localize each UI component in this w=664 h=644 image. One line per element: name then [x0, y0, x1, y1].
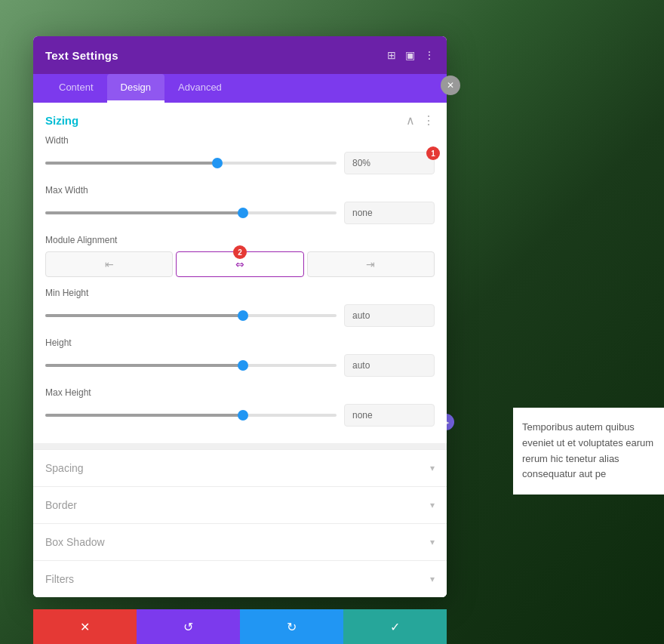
reset-icon: ↺	[183, 620, 193, 634]
width-slider-thumb[interactable]	[212, 158, 223, 168]
align-center-button[interactable]: ⇔ 2	[176, 251, 303, 277]
badge-2: 2	[233, 245, 247, 259]
more-icon[interactable]: ⋮	[424, 49, 435, 61]
text-settings-panel: Text Settings ⊞ ▣ ⋮ Content Design Advan…	[33, 36, 447, 597]
section-header-icons: ∧ ⋮	[406, 113, 435, 128]
redo-icon: ↻	[287, 620, 297, 634]
save-icon: ✓	[390, 620, 400, 634]
right-text: Temporibus autem quibus eveniet ut et vo…	[522, 421, 653, 479]
panel-body: Sizing ∧ ⋮ Width 80% 1	[33, 103, 447, 597]
panel-header: Text Settings ⊞ ▣ ⋮	[33, 36, 447, 74]
border-label: Border	[45, 499, 77, 511]
width-slider-row: 80% 1	[45, 152, 435, 174]
spacing-label: Spacing	[45, 462, 84, 474]
align-left-button[interactable]: ⇤	[45, 251, 173, 277]
panel-title: Text Settings	[45, 49, 118, 62]
redo-button[interactable]: ↻	[240, 609, 343, 644]
header-icons: ⊞ ▣ ⋮	[387, 49, 435, 61]
align-right-button[interactable]: ⇥	[307, 251, 435, 277]
max-height-value-input[interactable]: none	[344, 404, 435, 427]
spacing-chevron-icon: ▾	[430, 463, 435, 473]
height-value-input[interactable]: auto	[344, 354, 435, 377]
width-slider-track[interactable]	[45, 162, 337, 165]
align-center-icon: ⇔	[235, 258, 244, 270]
width-label: Width	[45, 135, 435, 146]
min-height-value-input[interactable]: auto	[344, 304, 435, 327]
min-height-slider-row: auto	[45, 304, 435, 327]
border-chevron-icon: ▾	[430, 500, 435, 510]
width-value-input[interactable]: 80% 1	[344, 152, 435, 174]
height-slider-thumb[interactable]	[238, 360, 248, 371]
collapse-icon[interactable]: ∧	[406, 113, 415, 128]
filters-section[interactable]: Filters ▾	[33, 560, 447, 597]
sizing-title: Sizing	[45, 114, 78, 127]
tabs-bar: Content Design Advanced	[33, 74, 447, 103]
tab-content[interactable]: Content	[45, 74, 107, 103]
min-height-slider-track[interactable]	[45, 314, 337, 317]
max-height-control: Max Height none	[45, 387, 435, 427]
expand-icon[interactable]: ⊞	[387, 49, 396, 61]
tab-design[interactable]: Design	[107, 74, 164, 103]
height-slider-fill	[45, 364, 243, 367]
cancel-button[interactable]: ✕	[33, 609, 137, 644]
columns-icon[interactable]: ▣	[405, 49, 415, 61]
max-height-slider-fill	[45, 414, 243, 417]
module-alignment-control: Module Alignment ⇤ ⇔ 2 ⇥	[45, 235, 435, 277]
min-height-slider-fill	[45, 314, 243, 317]
max-width-slider-fill	[45, 211, 243, 214]
max-width-slider-track[interactable]	[45, 211, 337, 214]
max-height-slider-thumb[interactable]	[238, 410, 248, 421]
max-height-slider-track[interactable]	[45, 414, 337, 417]
box-shadow-chevron-icon: ▾	[430, 537, 435, 547]
module-alignment-label: Module Alignment	[45, 235, 435, 245]
width-control: Width 80% 1	[45, 135, 435, 174]
section-more-icon[interactable]: ⋮	[423, 113, 435, 128]
tab-advanced[interactable]: Advanced	[164, 74, 235, 103]
height-label: Height	[45, 337, 435, 348]
align-right-icon: ⇥	[366, 258, 375, 270]
min-height-control: Min Height auto	[45, 288, 435, 327]
cancel-icon: ✕	[80, 620, 90, 634]
section-spacer	[33, 443, 447, 449]
filters-label: Filters	[45, 573, 74, 585]
box-shadow-label: Box Shadow	[45, 536, 105, 548]
max-width-label: Max Width	[45, 185, 435, 196]
sizing-section-header: Sizing ∧ ⋮	[33, 103, 447, 135]
max-width-slider-thumb[interactable]	[238, 208, 248, 218]
height-slider-track[interactable]	[45, 364, 337, 367]
bottom-toolbar: ✕ ↺ ↻ ✓	[33, 609, 447, 644]
height-slider-row: auto	[45, 354, 435, 377]
max-width-control: Max Width none	[45, 185, 435, 224]
max-width-slider-row: none	[45, 202, 435, 224]
save-button[interactable]: ✓	[343, 609, 447, 644]
right-content-panel: Temporibus autem quibus eveniet ut et vo…	[513, 408, 664, 495]
max-height-slider-row: none	[45, 404, 435, 427]
filters-chevron-icon: ▾	[430, 574, 435, 584]
border-section[interactable]: Border ▾	[33, 486, 447, 523]
close-button[interactable]: ✕	[441, 75, 460, 95]
width-slider-fill	[45, 162, 217, 165]
alignment-buttons: ⇤ ⇔ 2 ⇥	[45, 251, 435, 277]
sizing-controls: Width 80% 1 Max Width	[33, 135, 447, 443]
max-height-label: Max Height	[45, 387, 435, 398]
spacing-section[interactable]: Spacing ▾	[33, 449, 447, 486]
reset-button[interactable]: ↺	[137, 609, 240, 644]
badge-1: 1	[426, 146, 440, 160]
max-width-value-input[interactable]: none	[344, 202, 435, 224]
min-height-slider-thumb[interactable]	[238, 310, 248, 321]
box-shadow-section[interactable]: Box Shadow ▾	[33, 523, 447, 560]
align-left-icon: ⇤	[105, 258, 114, 270]
height-control: Height auto	[45, 337, 435, 377]
min-height-label: Min Height	[45, 288, 435, 298]
